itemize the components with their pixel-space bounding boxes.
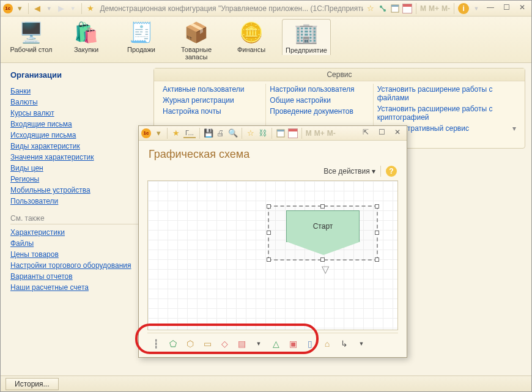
tab-purchases[interactable]: 🛍️ Закупки — [62, 19, 111, 54]
sidebar-link[interactable]: Мобильные устройства — [10, 186, 91, 194]
tab-stock[interactable]: 📦 Товарные запасы — [172, 19, 221, 62]
sidebar-link[interactable]: Банки — [10, 87, 31, 95]
calc-icon[interactable] — [276, 128, 286, 138]
start-node-label: Старт — [313, 222, 333, 231]
sidebar-link[interactable]: Файлы — [10, 239, 34, 248]
tab-enterprise[interactable]: 🏢 Предприятие — [282, 19, 331, 55]
sidebar-link[interactable]: Варианты отчетов — [10, 272, 73, 281]
favorite-star-icon[interactable]: ★ — [171, 128, 181, 138]
tab-sales[interactable]: 🧾 Продажи — [117, 19, 166, 54]
m-icon: M — [420, 4, 426, 13]
info-menu-icon[interactable]: ▼ — [471, 4, 481, 13]
child-tab[interactable]: Г... — [183, 128, 196, 138]
sidebar-link[interactable]: Входящие письма — [10, 120, 72, 128]
dropdown-icon[interactable]: ▾ — [15, 4, 25, 13]
links-icon[interactable]: ⛓ — [258, 128, 268, 138]
coins-icon: 🪙 — [237, 20, 266, 45]
dropdown-icon[interactable]: ▾ — [153, 128, 163, 138]
palette-start-icon[interactable]: ⬠ — [167, 338, 179, 349]
sidebar-link[interactable]: Настройки торгового оборудования — [10, 261, 131, 270]
main-window: 1c ▾ ◀ ▼ ▶ ▼ ★ Демонстрационная конфигур… — [0, 0, 532, 392]
service-link[interactable]: Настройки пользователя — [270, 84, 369, 95]
preview-icon[interactable]: 🔍 — [228, 128, 238, 138]
history-button[interactable]: История... — [6, 378, 59, 390]
calendar-icon[interactable] — [402, 4, 412, 13]
tab-label: Рабочий стол — [8, 46, 54, 53]
palette-link-icon[interactable]: ⌂ — [321, 338, 333, 349]
m-plus-icon: M+ — [314, 129, 325, 138]
palette-dropdown-icon[interactable]: ▼ — [355, 338, 368, 349]
all-actions-button[interactable]: Все действия ▾ — [323, 167, 375, 176]
child-close-icon[interactable]: ✕ — [391, 128, 404, 139]
logo-1c-icon: 1c — [141, 128, 151, 138]
sidebar-link[interactable]: Виды цен — [10, 164, 43, 172]
tab-label: Продажи — [118, 46, 164, 53]
maximize-icon[interactable]: ☐ — [500, 3, 513, 14]
nav-back-icon[interactable]: ◀ — [32, 4, 42, 13]
sidebar-heading: Организации — [10, 70, 144, 80]
palette-merge-icon[interactable]: △ — [270, 338, 282, 349]
start-node[interactable]: Старт — [286, 210, 360, 242]
tab-label: Финансы — [228, 46, 275, 53]
close-icon[interactable]: ✕ — [515, 3, 529, 14]
sidebar-link[interactable]: Курсы валют — [10, 109, 54, 117]
svg-line-2 — [382, 7, 384, 10]
sidebar-link[interactable]: Цены товаров — [10, 250, 59, 259]
sidebar-link[interactable]: Характеристики — [10, 228, 65, 237]
sidebar-link[interactable]: Наши расчетные счета — [10, 283, 89, 292]
child-title: Графическая схема — [139, 141, 407, 166]
sidebar-link[interactable]: Виды характеристик — [10, 142, 80, 150]
diagram-canvas[interactable]: Старт ▽ — [147, 180, 398, 330]
sidebar-link[interactable]: Значения характеристик — [10, 153, 94, 161]
minimize-icon[interactable]: — — [484, 3, 497, 14]
print-icon[interactable]: 🖨 — [216, 128, 226, 138]
svg-rect-6 — [277, 130, 284, 131]
nav-fwd-menu-icon: ▼ — [68, 4, 78, 13]
sidebar-link[interactable]: Валюты — [10, 98, 38, 106]
service-link[interactable]: Настройка почты — [163, 106, 262, 117]
fav-add-icon[interactable]: ☆ — [246, 128, 256, 138]
palette-condition-icon[interactable]: ◇ — [218, 338, 231, 349]
child-titlebar: 1c ▾ ★ Г... 💾 🖨 🔍 ☆ ⛓ M M+ M- — [139, 126, 407, 141]
boxes-icon: 📦 — [182, 20, 211, 45]
logo-1c-icon: 1c — [3, 4, 13, 13]
calc-icon[interactable] — [390, 4, 400, 13]
statusbar: История... — [1, 375, 531, 391]
service-link[interactable]: Установить расширение работы с криптогра… — [377, 103, 516, 123]
child-maximize-icon[interactable]: ☐ — [375, 128, 388, 139]
palette-doc-icon[interactable]: ▯ — [304, 338, 316, 349]
service-link[interactable]: Журнал регистрации — [163, 95, 262, 106]
palette-dropdown-icon[interactable]: ▼ — [253, 338, 265, 349]
tab-label: Предприятие — [284, 46, 329, 54]
tab-finance[interactable]: 🪙 Финансы — [227, 19, 276, 54]
m-minus-icon: M- — [327, 129, 336, 138]
save-icon[interactable]: 💾 — [204, 128, 213, 138]
fav-add-icon[interactable]: ☆ — [366, 4, 375, 13]
palette-end-icon[interactable]: ⬡ — [184, 338, 196, 349]
sidebar-link[interactable]: Исходящие письма — [10, 131, 76, 139]
sidebar-link[interactable]: Пользователи — [10, 197, 58, 205]
palette-connector-icon[interactable]: ↳ — [338, 338, 350, 349]
window-title: Демонстрационная конфигурация "Управляем… — [100, 4, 363, 13]
palette-select-icon[interactable]: ┇ — [150, 338, 162, 349]
sidebar-link[interactable]: Регионы — [10, 175, 39, 183]
links-icon[interactable] — [378, 4, 388, 13]
service-link[interactable]: Активные пользователи — [163, 84, 262, 95]
help-icon[interactable]: ? — [386, 166, 397, 177]
palette-activity-icon[interactable]: ▭ — [201, 338, 213, 349]
info-icon[interactable]: i — [458, 3, 469, 14]
nav-back-menu-icon[interactable]: ▼ — [44, 4, 54, 13]
building-icon: 🏢 — [292, 21, 321, 45]
service-link[interactable]: Установить расширение работы с файлами — [377, 84, 516, 103]
service-link[interactable]: Проведение документов — [270, 106, 369, 117]
service-link[interactable]: Общие настройки — [270, 95, 369, 106]
tab-desktop[interactable]: 🖥️ Рабочий стол — [7, 19, 56, 54]
svg-rect-4 — [391, 5, 399, 7]
connector-arrow-icon[interactable]: ▽ — [322, 264, 329, 275]
calendar-icon[interactable] — [288, 128, 298, 138]
child-undock-icon[interactable]: ⇱ — [359, 128, 372, 139]
palette-subprocess-icon[interactable]: ▤ — [235, 338, 248, 349]
section-tabs: 🖥️ Рабочий стол 🛍️ Закупки 🧾 Продажи 📦 Т… — [1, 17, 531, 63]
palette-data-icon[interactable]: ▣ — [287, 338, 299, 349]
favorite-star-icon[interactable]: ★ — [86, 4, 95, 13]
